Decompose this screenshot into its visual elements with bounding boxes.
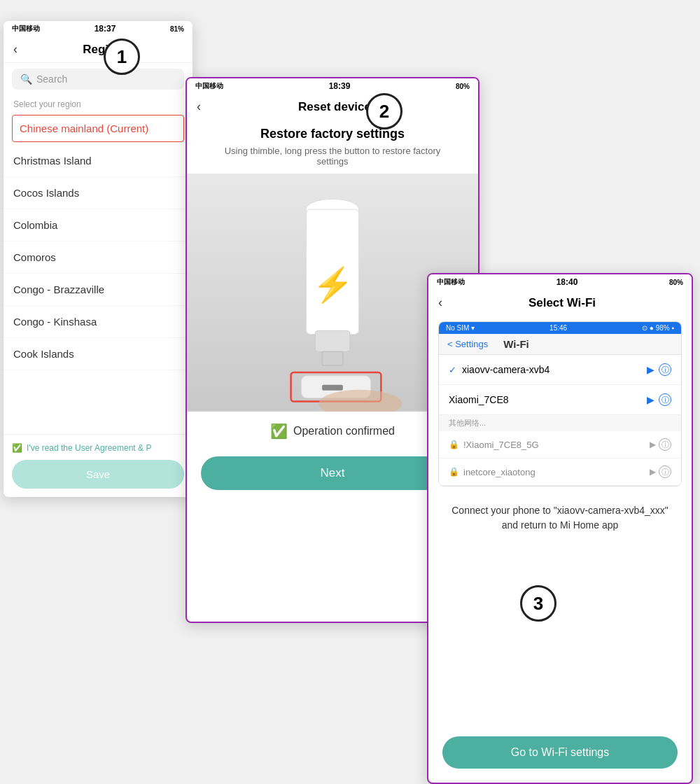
screen-wifi: 中国移动 18:40 80% ‹ Select Wi-Fi No SIM ▾ 1… [427,273,693,784]
save-button[interactable]: Save [12,460,184,489]
carrier-3: 中国移动 [437,277,465,287]
nav-bar-3: ‹ Select Wi-Fi [428,290,692,316]
wifi-item-connected[interactable]: ✓ xiaovv-camera-xvb4 ▶ ⓘ [439,355,681,385]
time-1: 18:37 [94,24,116,34]
settings-back[interactable]: < Settings [447,339,488,349]
wifi-signal-icon-0: ▶ [647,364,654,375]
wifi-locked-0[interactable]: 🔒 !Xiaomi_7CE8_5G ▶ ⓘ [439,431,681,458]
wifi-phone-nav: < Settings Wi-Fi [439,334,681,355]
section-label-1: Select your region [4,95,192,112]
region-item-1[interactable]: Cocos Islands [4,177,192,209]
wifi-nav-title: Wi-Fi [503,338,529,350]
wifi-info-locked-0[interactable]: ⓘ [659,438,671,451]
wifi-name-1: Xiaomi_7CE8 [449,394,647,405]
svg-rect-7 [322,385,343,391]
wifi-check-icon: ✓ [449,365,456,375]
wifi-locked-name-1: inetcore_xiaotong [463,467,650,477]
next-button[interactable]: Next [201,456,464,490]
region-item-3[interactable]: Comoros [4,241,192,274]
region-item-5[interactable]: Congo - Kinshasa [4,306,192,338]
check-icon-agreement: ✅ [12,443,22,453]
battery-text-3: 80% [669,279,683,286]
icons-1: 81% [170,25,184,33]
search-bar-1[interactable]: 🔍 Search [12,69,184,90]
footer-1: ✅ I've read the User Agreement & P Save [4,434,192,497]
wifi-section-label: 其他网络... [439,415,681,431]
region-item-2[interactable]: Colombia [4,209,192,241]
battery-text-2: 80% [456,83,470,90]
operation-text: Operation confirmed [293,425,395,438]
status-bar-2: 中国移动 18:39 80% [187,78,478,94]
battery-text-1: 81% [170,25,184,33]
page-title-2: Restore factory settings [187,120,478,146]
wifi-info-locked-1[interactable]: ⓘ [659,465,671,478]
icons-2: 80% [456,83,470,90]
goto-wifi-button[interactable]: Go to Wi-Fi settings [442,736,678,769]
region-item-6[interactable]: Cook Islands [4,338,192,370]
region-item-4[interactable]: Congo - Brazzaville [4,274,192,306]
nav-title-3: Select Wi-Fi [442,296,682,310]
step-circle-3: 3 [520,585,556,622]
time-3: 18:40 [556,277,578,287]
carrier-1: 中国移动 [12,24,40,34]
wifi-name-0: xiaovv-camera-xvb4 [462,364,647,375]
connect-text: Connect your phone to "xiaovv-camera-xvb… [428,492,692,544]
wifi-info-icon-0[interactable]: ⓘ [659,363,671,376]
wifi-signal-locked-0: ▶ [650,440,656,449]
page-subtitle-2: Using thimble, long press the button to … [187,146,478,174]
lock-icon-1: 🔒 [449,467,459,477]
status-bar-3: 中国移动 18:40 80% [428,274,692,290]
region-item-current[interactable]: Chinese mainland (Current) [12,115,184,142]
wifi-signal-locked-1: ▶ [650,467,656,477]
svg-rect-4 [322,351,343,365]
wifi-phone-icons: ⊙ ● 98% ▪ [642,324,674,332]
svg-text:⚡: ⚡ [312,265,354,304]
check-icon-operation: ✅ [270,423,288,440]
back-arrow-1[interactable]: ‹ [13,42,18,57]
wifi-item-other[interactable]: Xiaomi_7CE8 ▶ ⓘ [439,385,681,415]
icons-3: 80% [669,279,683,286]
step-circle-2: 2 [366,93,402,130]
screen-region: 中国移动 18:37 81% ‹ Region 🔍 Search Select … [4,21,192,497]
search-placeholder-1: Search [36,74,67,85]
nav-title-1: Region [23,43,183,57]
carrier-2: 中国移动 [195,81,223,91]
nav-title-2: Reset device [201,100,468,114]
time-2: 18:39 [329,81,351,91]
search-icon-1: 🔍 [20,74,32,85]
status-bar-1: 中国移动 18:37 81% [4,21,192,36]
wifi-locked-1[interactable]: 🔒 inetcore_xiaotong ▶ ⓘ [439,458,681,486]
wifi-locked-name-0: !Xiaomi_7CE8_5G [463,440,650,450]
step-circle-1: 1 [104,38,140,75]
wifi-info-icon-1[interactable]: ⓘ [659,393,671,406]
nav-bar-2: ‹ Reset device [187,94,478,120]
wifi-phone-carrier: No SIM ▾ [446,324,475,332]
lock-icon-0: 🔒 [449,440,459,449]
agreement-row: ✅ I've read the User Agreement & P [12,443,184,453]
agreement-text: I've read the User Agreement & P [27,443,151,453]
nav-bar-1: ‹ Region [4,36,192,63]
svg-rect-3 [315,330,350,351]
wifi-phone-status: No SIM ▾ 15:46 ⊙ ● 98% ▪ [439,322,681,334]
region-item-0[interactable]: Christmas Island [4,145,192,177]
wifi-phone-time: 15:46 [550,324,567,332]
wifi-signal-icon-1: ▶ [647,394,654,405]
wifi-phone-frame: No SIM ▾ 15:46 ⊙ ● 98% ▪ < Settings Wi-F… [438,321,682,486]
